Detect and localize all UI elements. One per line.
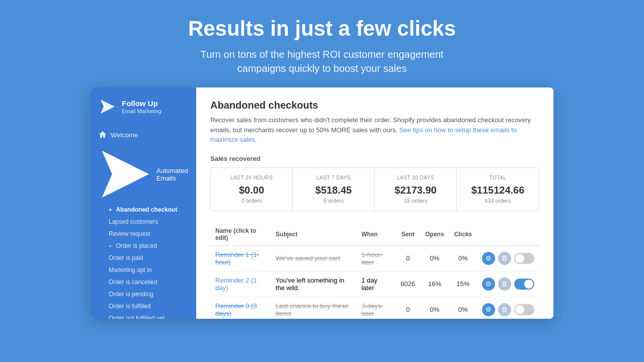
stat-orders-30d: 15 orders	[383, 198, 448, 204]
email-subject-cell-3: Last chance to buy these items	[271, 297, 356, 319]
sidebar-item-review-request[interactable]: Review request	[91, 228, 196, 240]
app-window: Follow Up Email Marketing Welcome Automa…	[91, 87, 553, 319]
col-header-clicks: Clicks	[449, 223, 477, 246]
logo-icon	[99, 98, 117, 116]
stat-orders-7d: 6 orders	[301, 198, 366, 204]
sidebar-item-order-is-paid[interactable]: Order is paid	[91, 252, 196, 264]
clicks-2: 15%	[449, 271, 477, 297]
email-name-cell: Reminder 1 (1-hour)	[210, 245, 271, 271]
stat-period-24h: LAST 24 HOURS	[219, 175, 284, 180]
send-icon	[99, 147, 152, 201]
email-when-cell-2: 1 day later	[356, 271, 395, 297]
delete-button-1[interactable]: 🗑	[498, 252, 511, 265]
plus-icon-2: +	[109, 243, 112, 249]
page-description: Recover sales from customers who didn't …	[210, 115, 539, 145]
email-name-link-2[interactable]: Reminder 2 (1 day)	[215, 277, 257, 292]
clicks-1: 0%	[449, 245, 477, 271]
col-header-when: When	[356, 223, 395, 246]
opens-1: 0%	[420, 245, 449, 271]
hero-section: Results in just a few clicks Turn on ton…	[178, 0, 466, 87]
sent-count-1: 0	[395, 245, 420, 271]
stat-orders-total: 633 orders	[465, 198, 531, 204]
svg-marker-1	[102, 151, 149, 198]
welcome-label: Welcome	[111, 131, 138, 139]
col-header-subject: Subject	[271, 223, 356, 246]
logo-sub: Email Marketing	[122, 108, 162, 115]
plus-icon: +	[109, 207, 112, 213]
stat-cell-7d: LAST 7 DAYS $518.45 6 orders	[293, 168, 375, 211]
sidebar-item-order-is-placed[interactable]: + Order is placed	[91, 240, 196, 252]
stat-value-7d: $518.45	[301, 185, 366, 196]
delete-button-2[interactable]: 🗑	[498, 278, 511, 291]
stat-period-7d: LAST 7 DAYS	[301, 175, 366, 180]
home-icon	[99, 131, 107, 139]
main-content: Abandoned checkouts Recover sales from c…	[196, 87, 553, 319]
sidebar-navigation: Welcome Automated Emails + Abandoned che…	[91, 125, 196, 319]
svg-marker-0	[101, 100, 115, 114]
sidebar-item-order-not-fulfilled[interactable]: Order not fulfilled yet	[91, 312, 196, 319]
sidebar-item-order-is-pending[interactable]: Order is pending	[91, 288, 196, 300]
col-header-actions	[477, 223, 539, 246]
email-subject-cell-2: You've left something in the wild.	[271, 271, 356, 297]
opens-3: 0%	[420, 297, 449, 319]
email-when-cell-3: 3-days-later	[356, 297, 395, 319]
sales-recovered-label: Sales recovered	[210, 155, 539, 162]
automated-emails-label: Automated Emails	[156, 167, 188, 182]
toggle-3[interactable]	[514, 304, 534, 315]
stats-grid: LAST 24 HOURS $0.00 0 orders LAST 7 DAYS…	[210, 167, 539, 211]
when-text-3: 3-days-later	[361, 302, 383, 317]
logo-text: Follow Up Email Marketing	[122, 99, 162, 115]
sidebar-section-automated-emails[interactable]: Automated Emails	[91, 143, 196, 204]
row-actions-3: ⚙ 🗑	[477, 297, 539, 319]
col-header-sent: Sent	[395, 223, 420, 246]
table-row: Reminder 1 (1-hour) We've saved your car…	[210, 245, 539, 271]
when-text-1: 1-hour-later	[361, 251, 382, 266]
subject-text-3: Last chance to buy these items	[276, 302, 349, 317]
stat-value-30d: $2173.90	[383, 185, 448, 196]
email-name-link-1[interactable]: Reminder 1 (1-hour)	[215, 251, 259, 266]
page-title: Abandoned checkouts	[210, 100, 539, 111]
row-actions-1: ⚙ 🗑	[477, 245, 539, 271]
stat-cell-24h: LAST 24 HOURS $0.00 0 orders	[211, 168, 293, 211]
stat-period-total: TOTAL	[465, 175, 531, 180]
email-name-cell-3: Reminder 3 (3 days)	[210, 297, 271, 319]
table-row: Reminder 2 (1 day) You've left something…	[210, 271, 539, 297]
stat-orders-24h: 0 orders	[219, 198, 284, 204]
clicks-3: 0%	[449, 297, 477, 319]
hero-subtitle: Turn on tons of the highest ROI customer…	[188, 47, 456, 75]
email-name-link-3[interactable]: Reminder 3 (3 days)	[215, 302, 257, 317]
opens-2: 16%	[420, 271, 449, 297]
settings-button-3[interactable]: ⚙	[482, 303, 495, 316]
sidebar: Follow Up Email Marketing Welcome Automa…	[91, 87, 196, 319]
subject-text-1: We've saved your cart	[276, 254, 340, 262]
email-name-cell-2: Reminder 2 (1 day)	[210, 271, 271, 297]
delete-button-3[interactable]: 🗑	[498, 303, 511, 316]
sent-count-3: 0	[395, 297, 420, 319]
email-table: Name (click to edit) Subject When Sent O…	[210, 223, 539, 319]
email-when-cell-1: 1-hour-later	[356, 245, 395, 271]
sidebar-logo: Follow Up Email Marketing	[91, 87, 196, 125]
settings-button-2[interactable]: ⚙	[482, 278, 495, 291]
email-subject-cell-1: We've saved your cart	[271, 245, 356, 271]
sidebar-item-lapsed-customers[interactable]: Lapsed customers	[91, 216, 196, 228]
toggle-1[interactable]	[514, 253, 534, 264]
toggle-2[interactable]	[514, 279, 534, 290]
table-row: Reminder 3 (3 days) Last chance to buy t…	[210, 297, 539, 319]
sidebar-item-order-is-cancelled[interactable]: Order is cancelled	[91, 276, 196, 288]
action-buttons-3: ⚙ 🗑	[482, 303, 534, 316]
col-header-opens: Opens	[420, 223, 449, 246]
sidebar-item-abandoned-checkout[interactable]: + Abandoned checkout	[91, 204, 196, 216]
col-header-name: Name (click to edit)	[210, 223, 271, 246]
stat-value-total: $115124.66	[465, 185, 531, 196]
logo-name: Follow Up	[122, 99, 162, 108]
sidebar-item-marketing-opt-in[interactable]: Marketing opt in	[91, 264, 196, 276]
hero-title: Results in just a few clicks	[188, 16, 456, 41]
action-buttons-1: ⚙ 🗑	[482, 252, 534, 265]
sidebar-item-order-is-fulfilled[interactable]: Order is fulfilled	[91, 300, 196, 312]
row-actions-2: ⚙ 🗑	[477, 271, 539, 297]
stat-period-30d: LAST 30 DAYS	[383, 175, 448, 180]
settings-button-1[interactable]: ⚙	[482, 252, 495, 265]
action-buttons-2: ⚙ 🗑	[482, 278, 534, 291]
stat-cell-total: TOTAL $115124.66 633 orders	[457, 168, 539, 211]
sidebar-item-welcome[interactable]: Welcome	[91, 127, 196, 143]
